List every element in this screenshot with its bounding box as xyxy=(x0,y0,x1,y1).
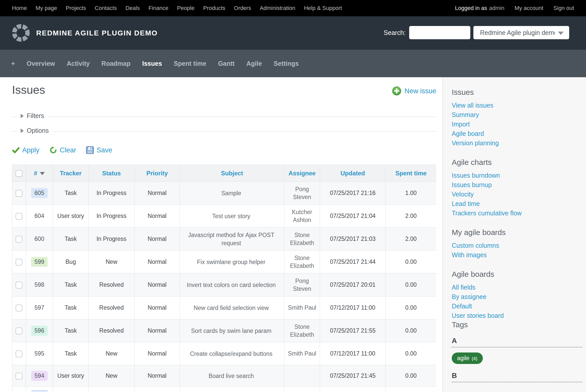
row-checkbox-604[interactable] xyxy=(16,213,22,220)
priority-cell: Normal xyxy=(135,319,180,342)
issue-id-link-604[interactable]: 604 xyxy=(31,211,47,221)
sidebar-link-lead-time[interactable]: Lead time xyxy=(452,199,582,208)
sidebar-link-default[interactable]: Default xyxy=(452,302,582,311)
topbar-item-home[interactable]: Home xyxy=(12,5,27,11)
partial-cell xyxy=(53,387,89,392)
row-checkbox-597[interactable] xyxy=(16,305,22,311)
issue-id-link[interactable] xyxy=(31,390,48,391)
subject-link[interactable]: Invert text colors on card selection xyxy=(180,273,284,296)
column-header-status[interactable]: Status xyxy=(89,165,135,182)
nav-tab-gantt[interactable]: Gantt xyxy=(218,60,235,67)
topbar-item-help-support[interactable]: Help & Support xyxy=(304,5,342,11)
save-button[interactable]: Save xyxy=(86,146,112,154)
topbar-item-administration[interactable]: Administration xyxy=(260,5,295,11)
sidebar-link-version-planning[interactable]: Version planning xyxy=(452,138,582,148)
assignee-link[interactable]: Smith Paul xyxy=(284,296,320,319)
subject-link[interactable]: Create collapse/expand buttons xyxy=(180,342,284,365)
sidebar-link-by-assignee[interactable]: By assignee xyxy=(452,292,582,302)
sidebar-link-summary[interactable]: Summary xyxy=(452,110,582,120)
assignee-link[interactable]: Stone Elizabeth xyxy=(284,228,320,251)
sidebar-link-velocity[interactable]: Velocity xyxy=(452,190,582,199)
row-checkbox-596[interactable] xyxy=(16,328,22,334)
topbar-item-people[interactable]: People xyxy=(177,5,195,11)
column-header-spent-time[interactable]: Spent time xyxy=(386,165,436,182)
topbar-item-projects[interactable]: Projects xyxy=(66,5,86,11)
nav-tab-settings[interactable]: Settings xyxy=(274,60,299,67)
username-link[interactable]: admin xyxy=(489,5,504,11)
topbar-menu: HomeMy pageProjectsContactsDealsFinanceP… xyxy=(12,5,342,11)
assignee-link[interactable]: Kutcher Ashton xyxy=(284,205,320,228)
sidebar-heading: Agile boards xyxy=(452,270,582,279)
issue-id-link-598[interactable]: 598 xyxy=(31,280,47,290)
row-checkbox-595[interactable] xyxy=(16,350,22,357)
sidebar-link-view-all-issues[interactable]: View all issues xyxy=(452,101,582,110)
sign-out-link[interactable]: Sign out xyxy=(553,5,574,11)
subject-link[interactable]: Board live search xyxy=(180,365,284,387)
nav-tab-item[interactable]: + xyxy=(11,60,15,67)
nav-tab-overview[interactable]: Overview xyxy=(27,60,55,67)
topbar-item-contacts[interactable]: Contacts xyxy=(95,5,117,11)
column-header-assignee[interactable]: Assignee xyxy=(284,165,320,182)
subject-link[interactable]: New card field selection view xyxy=(180,296,284,319)
column-header-priority[interactable]: Priority xyxy=(135,165,180,182)
filters-toggle[interactable]: Filters xyxy=(17,112,48,120)
column-header-subject[interactable]: Subject xyxy=(180,165,284,182)
sidebar-section-my-agile-boards: My agile boardsCustom columnsWith images xyxy=(452,228,582,260)
subject-link[interactable]: Javascript method for Ajax POST request xyxy=(180,228,284,251)
clear-button[interactable]: Clear xyxy=(49,146,76,154)
column-header-tracker[interactable]: Tracker xyxy=(53,165,89,182)
assignee-link[interactable]: Pong Steven xyxy=(284,273,320,296)
issue-id-link-595[interactable]: 595 xyxy=(31,349,47,359)
logged-in-status: Logged in asadmin xyxy=(455,5,504,11)
my-account-link[interactable]: My account xyxy=(515,5,543,11)
assignee-link[interactable]: Pong Steven xyxy=(284,182,320,205)
topbar-item-my-page[interactable]: My page xyxy=(36,5,57,11)
sidebar-link-all-fields[interactable]: All fields xyxy=(452,283,582,292)
nav-tab-spent-time[interactable]: Spent time xyxy=(174,60,206,67)
sidebar-link-issues-burnup[interactable]: Issues burnup xyxy=(452,180,582,190)
nav-tab-issues[interactable]: Issues xyxy=(142,60,162,67)
sidebar-link-trackers-cumulative-flow[interactable]: Trackers cumulative flow xyxy=(452,208,582,218)
row-checkbox-594[interactable] xyxy=(16,373,22,380)
select-all-checkbox[interactable] xyxy=(16,170,22,177)
topbar-item-orders[interactable]: Orders xyxy=(234,5,251,11)
subject-link[interactable]: Fix swimlane group helper xyxy=(180,251,284,273)
topbar-item-products[interactable]: Products xyxy=(203,5,225,11)
sidebar-link-import[interactable]: Import xyxy=(452,120,582,129)
assignee-link[interactable]: Stone Elizabeth xyxy=(284,251,320,273)
assignee-link[interactable]: Stone Elizabeth xyxy=(284,319,320,342)
project-select[interactable]: Redmine Agile plugin demo xyxy=(473,26,569,39)
search-input[interactable] xyxy=(409,26,470,39)
row-checkbox-598[interactable] xyxy=(16,282,22,289)
row-checkbox-599[interactable] xyxy=(16,259,22,266)
row-checkbox-600[interactable] xyxy=(16,236,22,243)
topbar-item-finance[interactable]: Finance xyxy=(149,5,168,11)
issue-id-link-605[interactable]: 605 xyxy=(31,188,47,198)
sidebar-link-issues-burndown[interactable]: Issues burndown xyxy=(452,171,582,180)
subject-link[interactable]: Sample xyxy=(180,182,284,205)
subject-link[interactable]: Sort cards by swim lane param xyxy=(180,319,284,342)
issue-id-link-596[interactable]: 596 xyxy=(31,326,47,336)
issue-id-link-599[interactable]: 599 xyxy=(31,257,47,267)
issue-id-link-594[interactable]: 594 xyxy=(31,371,47,381)
nav-tab-activity[interactable]: Activity xyxy=(67,60,90,67)
sidebar-link-user-stories-board[interactable]: User stories board xyxy=(452,311,582,320)
subject-link[interactable]: Test user story xyxy=(180,205,284,228)
tag-pill-agile[interactable]: agile(4) xyxy=(452,352,483,364)
nav-tab-agile[interactable]: Agile xyxy=(246,60,262,67)
column-header-updated[interactable]: Updated xyxy=(320,165,386,182)
issue-id-link-597[interactable]: 597 xyxy=(31,303,47,313)
sidebar-link-with-images[interactable]: With images xyxy=(452,250,582,260)
assignee-link[interactable]: Smith Paul xyxy=(284,342,320,365)
new-issue-button[interactable]: New issue xyxy=(392,86,436,96)
issue-id-link-600[interactable]: 600 xyxy=(31,234,47,244)
nav-tab-roadmap[interactable]: Roadmap xyxy=(101,60,130,67)
topbar-item-deals[interactable]: Deals xyxy=(125,5,140,11)
options-toggle[interactable]: Options xyxy=(17,127,52,134)
column-header-item[interactable]: # xyxy=(26,165,53,182)
apply-button[interactable]: Apply xyxy=(12,146,39,154)
assignee-link xyxy=(284,365,320,387)
sidebar-link-custom-columns[interactable]: Custom columns xyxy=(452,241,582,250)
sidebar-link-agile-board[interactable]: Agile board xyxy=(452,129,582,138)
row-checkbox-605[interactable] xyxy=(16,190,22,197)
